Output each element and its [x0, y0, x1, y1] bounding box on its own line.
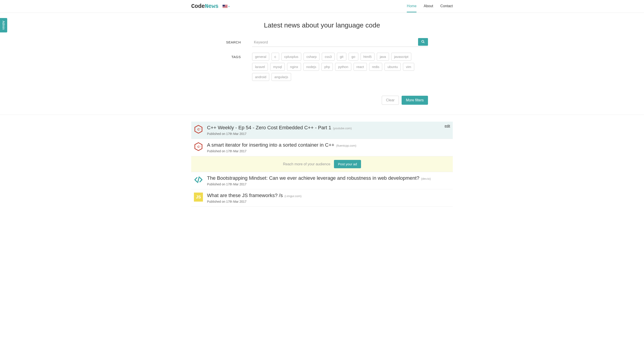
tags-label: TAGS — [216, 53, 252, 59]
tag-css3[interactable]: css3 — [322, 53, 335, 61]
logo[interactable]: CodeNews — [191, 3, 218, 10]
tag-laravel[interactable]: laravel — [252, 63, 268, 71]
post-item: The Bootstrapping Mindset: Can we ever a… — [191, 172, 453, 189]
tag-python[interactable]: python — [335, 63, 351, 71]
post-meta: Published on 17th Mar 2017 — [207, 149, 450, 153]
post-body: C++ Weekly - Ep 54 - Zero Cost Embedded … — [207, 125, 450, 136]
tag-nginx[interactable]: nginx — [287, 63, 301, 71]
us-flag-icon — [222, 5, 228, 8]
filter-actions: Clear More filters — [212, 96, 432, 105]
svg-text:++: ++ — [200, 128, 201, 130]
locale-selector[interactable]: ▾ — [222, 5, 230, 8]
main-nav: Home About Contact — [407, 0, 453, 12]
post-meta: Published on 17th Mar 2017 — [207, 182, 450, 186]
edit-link[interactable]: edit — [445, 124, 450, 128]
post-domain: (youtube.com) — [332, 127, 352, 130]
tag-cplusplus[interactable]: cplusplus — [282, 53, 302, 61]
tag-javascript[interactable]: javascript — [391, 53, 411, 61]
admin-tab[interactable]: Admin — [0, 18, 7, 32]
post-ad-button[interactable]: Post your ad — [334, 160, 361, 168]
search-label: SEARCH — [216, 38, 252, 44]
cpp-icon: C++ — [194, 142, 203, 151]
tags-list: generalccpluspluscsharpcss3gitgohtml5jav… — [252, 53, 428, 81]
post-title[interactable]: The Bootstrapping Mindset: Can we ever a… — [207, 175, 420, 181]
search-button[interactable] — [418, 38, 428, 46]
header: CodeNews ▾ Home About Contact — [0, 0, 644, 13]
post-body: A smart iterator for inserting into a so… — [207, 142, 450, 153]
search-icon — [421, 40, 425, 43]
tag-git[interactable]: git — [337, 53, 346, 61]
hero: Latest news about your language code — [0, 13, 644, 29]
cpp-icon: C++ — [194, 125, 203, 134]
svg-text:C: C — [197, 145, 200, 149]
ad-banner: Reach more of your audiencePost your ad — [191, 156, 453, 172]
tag-java[interactable]: java — [377, 53, 389, 61]
logo-news: News — [205, 3, 218, 10]
svg-text:++: ++ — [200, 146, 201, 147]
post-item: C++A smart iterator for inserting into a… — [191, 139, 453, 156]
post-icon-wrap — [194, 175, 203, 184]
tag-c[interactable]: c — [272, 53, 279, 61]
svg-line-8 — [198, 177, 199, 182]
post-body: What are these JS frameworks? /s (i.imgu… — [207, 192, 450, 203]
post-title[interactable]: What are these JS frameworks? /s — [207, 192, 283, 198]
clear-button[interactable]: Clear — [382, 96, 399, 105]
post-meta: Published on 17th Mar 2017 — [207, 132, 450, 136]
post-domain: (dev.to) — [420, 177, 431, 180]
feed: C++C++ Weekly - Ep 54 - Zero Cost Embedd… — [187, 122, 457, 207]
post-body: The Bootstrapping Mindset: Can we ever a… — [207, 175, 450, 186]
chevron-down-icon: ▾ — [228, 5, 230, 8]
tag-go[interactable]: go — [348, 53, 358, 61]
tag-php[interactable]: php — [321, 63, 333, 71]
tag-csharp[interactable]: csharp — [304, 53, 320, 61]
nav-home[interactable]: Home — [407, 0, 416, 12]
more-filters-button[interactable]: More filters — [402, 96, 428, 105]
tag-react[interactable]: react — [354, 63, 367, 71]
js-icon: JS — [194, 192, 203, 201]
svg-point-0 — [422, 40, 424, 42]
post-item: JSWhat are these JS frameworks? /s (i.im… — [191, 189, 453, 207]
tag-ubuntu[interactable]: ubuntu — [384, 63, 401, 71]
post-domain: (i.imgur.com) — [284, 194, 302, 198]
nav-about[interactable]: About — [424, 0, 433, 12]
page-title: Latest news about your language code — [4, 21, 640, 29]
tag-android[interactable]: android — [252, 73, 269, 81]
post-icon-wrap: JS — [194, 192, 203, 201]
post-title[interactable]: A smart iterator for inserting into a so… — [207, 142, 334, 148]
nav-contact[interactable]: Contact — [440, 0, 453, 12]
tag-general[interactable]: general — [252, 53, 269, 61]
search-section: SEARCH TAGS generalccpluspluscsharpcss3g… — [212, 29, 432, 91]
code-icon — [194, 175, 203, 184]
post-item: C++C++ Weekly - Ep 54 - Zero Cost Embedd… — [191, 122, 453, 139]
tag-vim[interactable]: vim — [403, 63, 414, 71]
tag-redis[interactable]: redis — [369, 63, 382, 71]
tag-html5[interactable]: html5 — [360, 53, 375, 61]
post-title[interactable]: C++ Weekly - Ep 54 - Zero Cost Embedded … — [207, 125, 331, 130]
logo-code: Code — [191, 3, 205, 10]
post-icon-wrap: C++ — [194, 125, 203, 134]
svg-line-1 — [424, 42, 424, 43]
tag-angularjs[interactable]: angularjs — [272, 73, 291, 81]
divider — [0, 115, 644, 115]
search-input[interactable] — [252, 38, 418, 47]
post-icon-wrap: C++ — [194, 142, 203, 151]
tag-mysql[interactable]: mysql — [270, 63, 285, 71]
post-meta: Published on 17th Mar 2017 — [207, 200, 450, 203]
svg-text:C: C — [197, 128, 200, 131]
tag-nodejs[interactable]: nodejs — [303, 63, 319, 71]
post-domain: (fluentcpp.com) — [335, 144, 356, 147]
ad-text: Reach more of your audience — [283, 162, 330, 166]
logo-area: CodeNews ▾ — [191, 3, 230, 10]
